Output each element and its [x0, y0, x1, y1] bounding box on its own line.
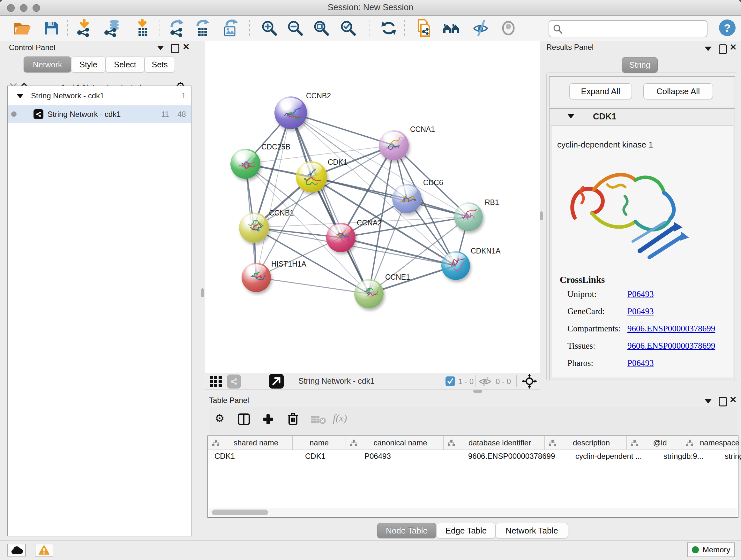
export-table-button[interactable]	[194, 19, 212, 37]
network-node-HIST1H1A[interactable]	[242, 263, 271, 292]
memory-button[interactable]: Memory	[687, 543, 735, 557]
tab-edge-table[interactable]: Edge Table	[436, 523, 495, 538]
network-node-CCNB1[interactable]	[239, 212, 269, 243]
results-panel: Results Panel ✕ String Expand All Collap…	[542, 41, 741, 392]
network-node-CCNA1[interactable]	[379, 130, 409, 160]
collapse-all-button[interactable]: Collapse All	[643, 83, 713, 99]
float-panel-icon[interactable]	[704, 47, 712, 51]
column-header-namespace[interactable]: namespace	[682, 436, 741, 449]
cell-id[interactable]: stringdb:9...	[657, 450, 718, 462]
network-node-CDC6[interactable]	[392, 184, 421, 213]
crosslink-link[interactable]: 9606.ENSP00000378699	[627, 324, 715, 334]
tab-select[interactable]: Select	[106, 57, 145, 72]
network-node-RB1[interactable]	[454, 202, 483, 231]
undock-panel-icon[interactable]	[171, 44, 179, 53]
network-node-CDKN1A[interactable]	[441, 251, 470, 280]
crosslink-link[interactable]: P06493	[627, 289, 654, 299]
gene-section-collapse-icon[interactable]	[567, 114, 575, 118]
zoom-out-button[interactable]	[286, 19, 304, 37]
center-view-crosshair-icon[interactable]	[522, 374, 537, 390]
import-network-from-database-button[interactable]	[103, 19, 121, 37]
hide-unhide-button[interactable]	[472, 19, 489, 37]
show-all-networks-button[interactable]	[442, 19, 460, 37]
horizontal-scrollbar[interactable]	[209, 508, 737, 516]
save-session-button[interactable]	[43, 19, 60, 37]
table-options-gear-icon[interactable]: ⚙	[215, 413, 224, 424]
tab-string[interactable]: String	[622, 57, 658, 73]
cell-namespace[interactable]: stringdb	[718, 450, 741, 462]
float-panel-icon[interactable]	[157, 46, 164, 50]
zoom-in-button[interactable]	[260, 19, 278, 37]
help-button[interactable]: ?	[719, 19, 736, 36]
function-builder-icon[interactable]: f(x)	[333, 412, 347, 424]
node-label-CCNA2: CCNA2	[357, 219, 382, 227]
scrollbar-thumb[interactable]	[212, 509, 268, 515]
show-columns-icon[interactable]	[238, 414, 250, 426]
tab-node-table[interactable]: Node Table	[377, 523, 436, 538]
collection-label: String Network - cdk1	[31, 91, 104, 100]
column-header-description[interactable]: description	[544, 436, 626, 449]
network-node-CCNA2[interactable]	[326, 223, 355, 252]
tab-sets[interactable]: Sets	[145, 57, 175, 72]
open-view-in-window-icon[interactable]	[269, 374, 284, 390]
column-header-canonical-name[interactable]: canonical name	[346, 436, 443, 449]
network-canvas[interactable]: CCNB2CCNA1CDC25BCDK1CDC6RB1CCNB1CCNA2CDK…	[205, 41, 540, 373]
search-input[interactable]	[566, 22, 704, 35]
column-tree-icon	[630, 439, 638, 446]
crosslink-link[interactable]: P06493	[627, 307, 654, 316]
birds-eye-view-icon[interactable]	[210, 376, 222, 388]
cell-canonical-name[interactable]: P06493	[358, 450, 462, 462]
network-overview-icon[interactable]	[227, 374, 241, 388]
gene-details: cyclin-dependent kinase 1	[551, 125, 733, 377]
clone-network-button[interactable]	[415, 19, 433, 37]
network-node-CCNB2[interactable]	[274, 97, 307, 129]
inspect-button[interactable]	[499, 19, 517, 37]
tab-style[interactable]: Style	[71, 57, 106, 72]
cell-name[interactable]: CDK1	[299, 450, 358, 462]
network-node-CDC25B[interactable]	[230, 149, 260, 179]
network-node-CCNE1[interactable]	[354, 279, 384, 308]
close-panel-icon[interactable]: ✕	[730, 43, 737, 52]
column-label: description	[556, 438, 626, 447]
import-network-button[interactable]	[75, 19, 93, 37]
network-row-selected[interactable]: String Network - cdk1 11 48	[8, 105, 191, 123]
cell-shared-name[interactable]: CDK1	[208, 450, 299, 462]
create-column-icon[interactable]	[262, 414, 274, 426]
network-collection-row[interactable]: String Network - cdk1 1	[8, 86, 191, 105]
left-splitter-handle[interactable]	[201, 288, 204, 297]
column-header-id[interactable]: @id	[626, 436, 682, 449]
open-session-button[interactable]	[13, 19, 31, 37]
network-edge[interactable]	[256, 277, 369, 294]
zoom-selected-button[interactable]	[339, 19, 357, 37]
undock-panel-icon[interactable]	[719, 44, 727, 54]
zoom-selected-icon	[340, 20, 356, 37]
crosslink-link[interactable]: P06493	[627, 358, 654, 368]
close-panel-icon[interactable]: ✕	[183, 43, 190, 51]
expand-all-button[interactable]: Expand All	[569, 83, 632, 99]
crosslink-link[interactable]: 9606.ENSP00000378699	[627, 341, 715, 351]
refresh-view-button[interactable]	[380, 19, 398, 37]
column-header-shared-name[interactable]: shared name	[208, 436, 292, 449]
cloud-status-button[interactable]	[7, 544, 26, 557]
float-panel-icon[interactable]	[704, 399, 712, 403]
tab-network-table[interactable]: Network Table	[495, 523, 568, 538]
cell-description[interactable]: cyclin-dependent ...	[569, 450, 657, 462]
undock-panel-icon[interactable]	[719, 397, 727, 407]
delete-table-icon[interactable]	[311, 415, 326, 425]
search-field[interactable]	[549, 20, 708, 37]
delete-column-icon[interactable]	[287, 412, 299, 427]
zoom-fit-button[interactable]	[313, 19, 330, 37]
column-header-database-identifier[interactable]: database identifier	[443, 436, 544, 449]
network-node-CDK1[interactable]	[296, 161, 327, 192]
column-header-name[interactable]: name	[292, 436, 346, 449]
import-table-button[interactable]	[133, 19, 151, 37]
export-network-button[interactable]	[169, 19, 186, 37]
table-row[interactable]: CDK1 CDK1 P06493 9606.ENSP00000378699 cy…	[208, 450, 738, 462]
selected-checkbox-icon[interactable]	[446, 376, 455, 386]
close-panel-icon[interactable]: ✕	[730, 395, 737, 404]
cell-database-identifier[interactable]: 9606.ENSP00000378699	[462, 450, 569, 462]
export-image-button[interactable]	[222, 19, 240, 37]
collection-expand-icon[interactable]	[17, 94, 23, 98]
warnings-button[interactable]	[35, 544, 53, 557]
tab-network[interactable]: Network	[23, 57, 71, 72]
